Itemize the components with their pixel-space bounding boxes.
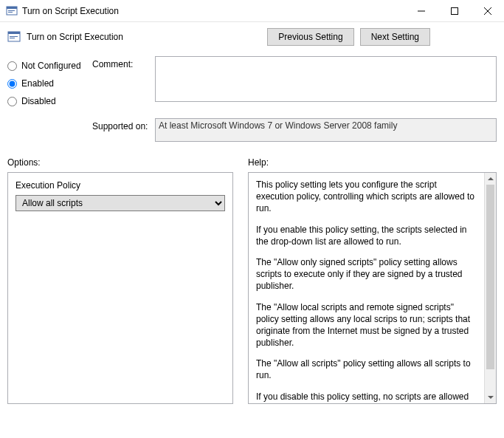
scroll-down-button[interactable] <box>485 391 496 403</box>
radio-enabled[interactable]: Enabled <box>7 78 92 89</box>
help-label: Help: <box>248 157 497 168</box>
scroll-thumb[interactable] <box>486 185 494 369</box>
scroll-up-button[interactable] <box>485 173 496 185</box>
comment-label: Comment: <box>92 56 155 69</box>
help-paragraph: The "Allow all scripts" policy setting a… <box>256 357 477 381</box>
help-paragraph: If you enable this policy setting, the s… <box>256 224 477 247</box>
app-icon <box>6 5 18 17</box>
help-panel: This policy setting lets you configure t… <box>248 172 497 404</box>
help-scrollbar[interactable] <box>484 173 496 403</box>
window-controls <box>404 0 504 22</box>
radio-not-configured-label: Not Configured <box>21 61 81 71</box>
svg-rect-2 <box>8 10 15 11</box>
execution-policy-select[interactable]: Allow all scripts <box>15 195 225 211</box>
titlebar: Turn on Script Execution <box>0 0 504 22</box>
help-text: This policy setting lets you configure t… <box>249 173 484 403</box>
window-title: Turn on Script Execution <box>22 6 404 16</box>
supported-on-label: Supported on: <box>92 118 155 131</box>
policy-icon <box>7 30 21 44</box>
policy-title: Turn on Script Execution <box>27 32 267 42</box>
previous-setting-button[interactable]: Previous Setting <box>267 28 353 46</box>
radio-disabled-input[interactable] <box>7 97 17 106</box>
radio-not-configured-input[interactable] <box>7 61 17 71</box>
svg-rect-3 <box>8 12 13 13</box>
help-paragraph: The "Allow local scripts and remote sign… <box>256 301 477 349</box>
help-paragraph: If you disable this policy setting, no s… <box>256 391 477 403</box>
scroll-track[interactable] <box>485 185 496 391</box>
svg-rect-11 <box>10 38 15 38</box>
options-panel: Execution Policy Allow all scripts <box>7 172 233 404</box>
svg-marker-12 <box>488 177 494 180</box>
radio-not-configured[interactable]: Not Configured <box>7 61 92 71</box>
maximize-button[interactable] <box>438 0 471 22</box>
radio-enabled-input[interactable] <box>7 79 17 89</box>
radio-disabled-label: Disabled <box>21 96 56 106</box>
comment-input[interactable] <box>155 56 497 102</box>
next-setting-button[interactable]: Next Setting <box>360 28 430 46</box>
help-paragraph: The "Allow only signed scripts" policy s… <box>256 256 477 292</box>
execution-policy-label: Execution Policy <box>15 180 225 191</box>
svg-rect-10 <box>10 36 18 37</box>
state-radio-group: Not Configured Enabled Disabled <box>7 56 92 114</box>
radio-enabled-label: Enabled <box>21 78 54 89</box>
supported-on-field: At least Microsoft Windows 7 or Windows … <box>155 118 497 142</box>
svg-rect-1 <box>7 7 17 9</box>
toolbar: Turn on Script Execution Previous Settin… <box>0 22 504 52</box>
minimize-button[interactable] <box>404 0 438 22</box>
radio-disabled[interactable]: Disabled <box>7 96 92 106</box>
svg-rect-5 <box>451 7 458 14</box>
help-paragraph: This policy setting lets you configure t… <box>256 179 477 215</box>
svg-marker-13 <box>488 396 494 399</box>
close-button[interactable] <box>471 0 504 22</box>
svg-rect-9 <box>8 32 20 34</box>
options-label: Options: <box>7 157 248 168</box>
